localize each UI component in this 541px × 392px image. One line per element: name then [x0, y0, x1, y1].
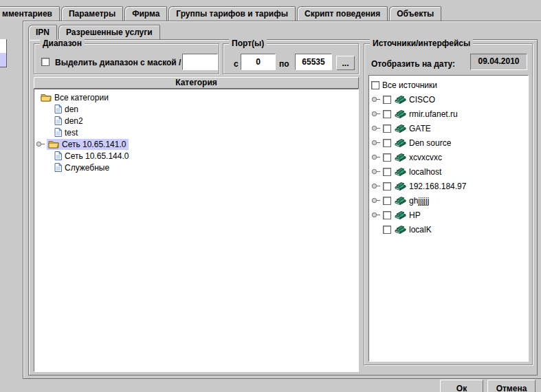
main-tab-panel: IPNРазрешенные услуги Диапазон Выделить …	[23, 21, 541, 379]
indent-spacer	[371, 229, 380, 230]
source-checkbox[interactable]	[383, 211, 391, 219]
file-icon	[54, 151, 62, 160]
range-mask-checkbox[interactable]	[41, 58, 49, 66]
category-row-content: Все категории	[39, 92, 111, 103]
outer-tab-0[interactable]: мментариев	[0, 6, 60, 21]
books-icon	[394, 182, 406, 190]
category-label: Служебные	[65, 163, 109, 173]
source-row[interactable]: Все источники	[369, 78, 528, 92]
books-icon	[394, 210, 406, 219]
port-from-label: с	[234, 59, 239, 69]
source-checkbox[interactable]	[383, 124, 391, 133]
outer-tab-2[interactable]: Фирма	[124, 6, 167, 21]
date-field[interactable]: 09.04.2010	[470, 54, 527, 70]
source-checkbox[interactable]	[383, 182, 391, 190]
application-window: { "outer_tabs": [ {"label": "мментариев"…	[0, 0, 541, 392]
source-checkbox[interactable]	[383, 110, 391, 118]
source-row[interactable]: CISCO	[369, 92, 528, 107]
range-mask-label: Выделить диапазон с маской /	[55, 58, 181, 67]
source-label: CISCO	[409, 95, 435, 105]
outer-tab-1[interactable]: Параметры	[61, 6, 123, 21]
books-icon	[394, 153, 406, 162]
expand-handle-icon[interactable]	[371, 197, 380, 204]
books-icon	[394, 138, 406, 147]
source-row[interactable]: HP	[369, 208, 528, 222]
sources-tree: Все источникиCISCOrmir.ufanet.ruGATEDen …	[368, 75, 529, 362]
source-checkbox[interactable]	[371, 81, 379, 89]
ports-more-button[interactable]: ...	[336, 56, 355, 70]
sources-group-title: Источники/интерфейсы	[370, 39, 473, 49]
category-label: test	[65, 128, 78, 138]
category-row-content: Сеть 10.65.144.0	[53, 151, 131, 162]
file-icon	[54, 163, 62, 172]
ipn-tab-content: Диапазон Выделить диапазон с маской / По…	[28, 39, 538, 375]
outer-tab-4[interactable]: Скрипт поведения	[297, 6, 388, 21]
source-row[interactable]: Den source	[369, 135, 528, 150]
source-row[interactable]: GATE	[369, 121, 528, 135]
source-checkbox[interactable]	[383, 153, 391, 162]
expand-handle-icon[interactable]	[371, 212, 380, 218]
source-checkbox[interactable]	[383, 226, 391, 234]
category-row[interactable]: Сеть 10.65.141.0	[34, 138, 358, 150]
ok-button[interactable]: Ок	[440, 380, 483, 392]
source-checkbox[interactable]	[383, 96, 391, 104]
source-row[interactable]: rmir.ufanet.ru	[369, 107, 528, 121]
category-row[interactable]: Служебные	[34, 162, 358, 173]
inner-tab-1[interactable]: Разрешенные услуги	[58, 25, 160, 39]
source-label: localhost	[409, 167, 441, 177]
expand-handle-icon[interactable]	[371, 111, 380, 117]
source-row[interactable]: localhost	[369, 164, 528, 179]
category-row-content: den2	[53, 116, 86, 127]
ports-group-title: Порт(ы)	[229, 39, 267, 49]
sources-group: Источники/интерфейсы Отобразить на дату:…	[364, 43, 533, 365]
category-tree: Все категорииdenden2testСеть 10.65.141.0…	[34, 89, 359, 372]
books-icon	[394, 95, 406, 104]
books-icon	[394, 167, 406, 176]
source-label: Все источники	[382, 80, 437, 90]
expand-handle-icon[interactable]	[371, 168, 380, 175]
range-group-title: Диапазон	[40, 39, 85, 49]
cancel-button[interactable]: Отмена	[487, 380, 536, 392]
source-checkbox[interactable]	[383, 168, 391, 176]
port-from-input[interactable]	[241, 54, 276, 70]
category-row-content: Служебные	[53, 162, 112, 173]
source-checkbox[interactable]	[383, 139, 391, 147]
books-icon	[394, 225, 406, 234]
expand-handle-icon[interactable]	[36, 141, 45, 147]
source-label: Den source	[409, 138, 451, 148]
books-icon	[394, 124, 406, 133]
category-label: den2	[65, 116, 83, 126]
source-row[interactable]: 192.168.184.97	[369, 179, 528, 193]
category-label: Сеть 10.65.144.0	[65, 151, 129, 161]
mask-input[interactable]	[182, 54, 218, 70]
inner-tab-bar: IPNРазрешенные услуги	[28, 25, 162, 39]
category-row-content: test	[53, 127, 80, 138]
source-label: rmir.ufanet.ru	[409, 109, 458, 119]
expand-handle-icon[interactable]	[371, 96, 380, 102]
category-row-content: Сеть 10.65.141.0	[47, 139, 129, 150]
port-to-input[interactable]	[295, 54, 332, 70]
category-row[interactable]: Сеть 10.65.144.0	[34, 150, 358, 162]
expand-handle-icon[interactable]	[371, 140, 380, 146]
source-row[interactable]: localK	[369, 222, 528, 237]
clipped-list-item	[0, 39, 7, 53]
category-table: Категория Все категорииdenden2testСеть 1…	[34, 77, 359, 372]
category-row[interactable]: den2	[34, 115, 358, 127]
outer-tab-3[interactable]: Группы тарифов и тарифы	[168, 6, 296, 21]
source-label: ghjjjjjj	[409, 196, 429, 206]
category-row[interactable]: test	[34, 127, 358, 138]
expand-handle-icon[interactable]	[371, 125, 380, 131]
category-row[interactable]: Все категории	[34, 91, 358, 103]
expand-handle-icon[interactable]	[371, 154, 380, 160]
category-label: Сеть 10.65.141.0	[62, 140, 126, 149]
inner-tab-0[interactable]: IPN	[28, 25, 57, 40]
range-group: Диапазон Выделить диапазон с маской /	[34, 43, 219, 74]
category-header[interactable]: Категория	[34, 77, 359, 89]
outer-tab-5[interactable]: Объекты	[389, 6, 441, 21]
expand-handle-icon[interactable]	[371, 183, 380, 189]
category-row[interactable]: den	[34, 103, 358, 115]
source-row[interactable]: ghjjjjjj	[369, 193, 528, 208]
category-label: den	[65, 105, 78, 114]
source-checkbox[interactable]	[383, 197, 391, 205]
source-row[interactable]: xcvxcvxc	[369, 150, 528, 164]
